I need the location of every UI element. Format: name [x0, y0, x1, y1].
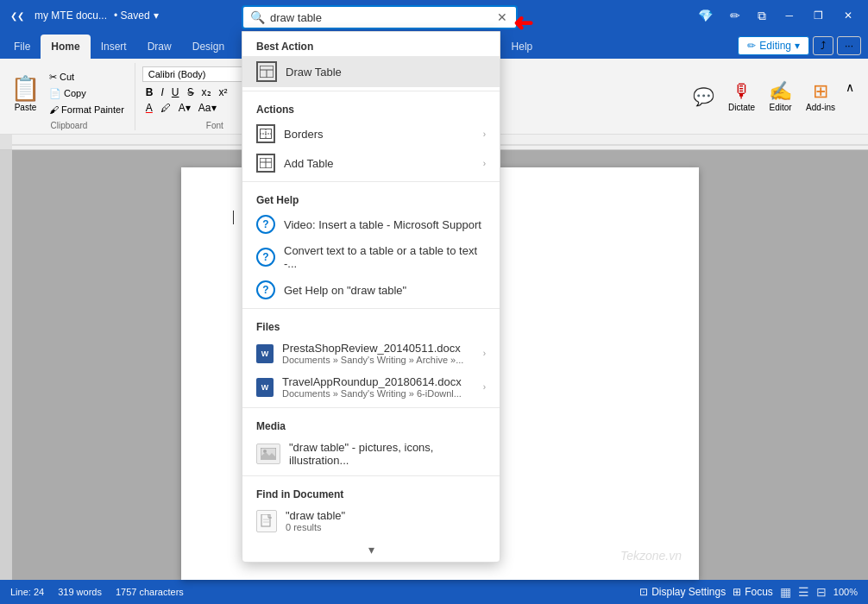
file2-item[interactable]: W TravelAppRoundup_20180614.docx Documen… — [242, 370, 500, 404]
char-count: 1757 characters — [116, 587, 184, 597]
search-box-container: 🔍 ✕ — [242, 5, 518, 29]
status-right: ⊡ Display Settings ⊞ Focus ▦ ☰ ⊟ 100% — [639, 585, 858, 599]
view-icon2[interactable]: ☰ — [798, 585, 809, 599]
font-family-select[interactable]: Calibri (Body) — [142, 66, 255, 82]
ribbon-right: 💬 🎙 Dictate ✍ Editor ⊞ Add-ins ∧ — [689, 77, 865, 116]
copy-btn[interactable]: 📄 Copy — [46, 86, 128, 101]
ribbon-collapse-btn[interactable]: ∧ — [846, 80, 854, 94]
divider2 — [242, 181, 500, 182]
add-table-svg — [260, 158, 272, 168]
help1-item[interactable]: ? Video: Insert a table - Microsoft Supp… — [242, 210, 500, 239]
zoom-level: 100% — [833, 587, 858, 597]
add-table-arrow: › — [483, 159, 486, 168]
borders-svg — [260, 129, 272, 139]
focus-btn[interactable]: ⊞ Focus — [733, 586, 773, 598]
clipboard-group: 📋 Paste ✂ Cut 📄 Copy 🖌 Format Painter Cl… — [3, 63, 135, 130]
help2-item[interactable]: ? Convert text to a table or a table to … — [242, 239, 500, 275]
file1-arrow: › — [483, 349, 486, 358]
media-title: Media — [242, 412, 500, 436]
restore-btn[interactable]: ❒ — [805, 6, 832, 25]
minimize-btn[interactable]: ─ — [777, 6, 802, 25]
close-btn[interactable]: ✕ — [835, 6, 861, 25]
text-cursor — [233, 211, 234, 224]
tab-design[interactable]: Design — [182, 35, 235, 59]
search-area: 🔍 ✕ — [242, 5, 518, 29]
add-table-label: Add Table — [284, 157, 483, 170]
file1-item[interactable]: W PrestaShopReview_20140511.docx Documen… — [242, 337, 500, 370]
dictate-btn[interactable]: 🎙 Dictate — [725, 77, 758, 116]
find1-item[interactable]: "draw table" 0 results — [242, 504, 500, 538]
tab-home[interactable]: Home — [41, 35, 90, 59]
font-color-btn[interactable]: A — [142, 101, 156, 115]
file2-arrow: › — [483, 382, 486, 392]
title-bar-left: ❮❮ my MTE docu... • Saved ▾ — [7, 9, 159, 22]
editing-button[interactable]: ✏ Editing ▾ — [738, 36, 809, 55]
prev-btn[interactable]: ❮❮ — [7, 9, 28, 22]
format-painter-btn[interactable]: 🖌 Format Painter — [46, 103, 128, 116]
borders-item[interactable]: Borders › — [242, 119, 500, 148]
view-icon-btn[interactable]: ⧉ — [751, 5, 773, 27]
font-size-inc-btn[interactable]: Aa▾ — [195, 101, 220, 115]
more-btn[interactable]: ··· — [837, 36, 861, 55]
find1-results: 0 results — [286, 522, 345, 532]
tab-help[interactable]: Help — [501, 35, 544, 59]
strikethrough-btn[interactable]: S̶ — [184, 85, 198, 99]
find1-label: "draw table" — [286, 509, 345, 522]
dropdown-chevron-down: ▾ — [368, 543, 374, 557]
borders-label: Borders — [284, 128, 483, 141]
get-help-title: Get Help — [242, 186, 500, 210]
tab-file[interactable]: File — [3, 35, 41, 59]
media1-item[interactable]: "draw table" - pictures, icons, illustra… — [242, 436, 500, 472]
file2-name: TravelAppRoundup_20180614.docx — [282, 375, 483, 388]
help1-label: Video: Insert a table - Microsoft Suppor… — [284, 218, 481, 231]
tab-draw[interactable]: Draw — [137, 35, 182, 59]
superscript-btn[interactable]: x² — [216, 85, 231, 99]
image-svg — [261, 448, 276, 460]
paste-area: 📋 Paste ✂ Cut 📄 Copy 🖌 Format Painter — [10, 70, 128, 116]
help3-item[interactable]: ? Get Help on "draw table" — [242, 275, 500, 305]
subscript-btn[interactable]: x₂ — [198, 85, 215, 99]
nav-arrows[interactable]: ❮❮ — [7, 9, 28, 22]
add-table-icon — [256, 154, 275, 173]
search-input[interactable] — [270, 11, 495, 24]
file2-path: Documents » Sandy's Writing » 6-iDownl..… — [282, 388, 483, 399]
borders-arrow: › — [483, 129, 486, 139]
underline-btn[interactable]: U — [168, 85, 183, 99]
find1-icon — [256, 510, 277, 532]
borders-icon — [256, 124, 275, 143]
watermark: Tekzone.vn — [620, 549, 682, 563]
title-bar-right: 💎 ✏ ⧉ ─ ❒ ✕ — [691, 5, 861, 27]
search-clear-button[interactable]: ✕ — [495, 10, 509, 24]
ruler-margin — [0, 135, 12, 149]
display-settings-icon: ⊡ — [639, 586, 648, 598]
share-button[interactable]: ⤴ — [813, 36, 833, 55]
bold-btn[interactable]: B — [142, 85, 157, 99]
divider1 — [242, 91, 500, 91]
view-icon1[interactable]: ▦ — [780, 585, 791, 599]
editor-icon: ✍ — [769, 80, 792, 103]
gem-icon-btn[interactable]: 💎 — [691, 5, 720, 26]
comment-btn[interactable]: 💬 — [689, 83, 718, 110]
saved-button[interactable]: • Saved ▾ — [114, 9, 159, 22]
pencil-icon: ✏ — [747, 40, 756, 52]
editor-btn[interactable]: ✍ Editor — [765, 77, 796, 116]
file2-icon: W — [256, 378, 274, 397]
media1-icon — [256, 444, 280, 464]
pen-icon-btn[interactable]: ✏ — [723, 5, 747, 26]
addins-btn[interactable]: ⊞ Add-ins — [802, 77, 839, 116]
addins-icon: ⊞ — [813, 80, 828, 103]
font-color2-btn[interactable]: A▾ — [175, 101, 194, 115]
highlight-btn[interactable]: 🖊 — [157, 101, 174, 115]
view-icon3[interactable]: ⊟ — [816, 585, 827, 599]
cut-btn[interactable]: ✂ Cut — [46, 70, 128, 85]
word-count: 319 words — [58, 587, 102, 597]
font-label: Font — [206, 121, 223, 130]
draw-table-item[interactable]: Draw Table — [242, 56, 500, 87]
paste-btn[interactable]: 📋 Paste — [10, 74, 41, 112]
clipboard-small-btns: ✂ Cut 📄 Copy 🖌 Format Painter — [46, 70, 128, 116]
italic-btn[interactable]: I — [157, 85, 167, 99]
tab-insert[interactable]: Insert — [91, 35, 137, 59]
add-table-item[interactable]: Add Table › — [242, 148, 500, 178]
paste-icon: 📋 — [10, 74, 41, 103]
display-settings-btn[interactable]: ⊡ Display Settings — [639, 586, 726, 598]
